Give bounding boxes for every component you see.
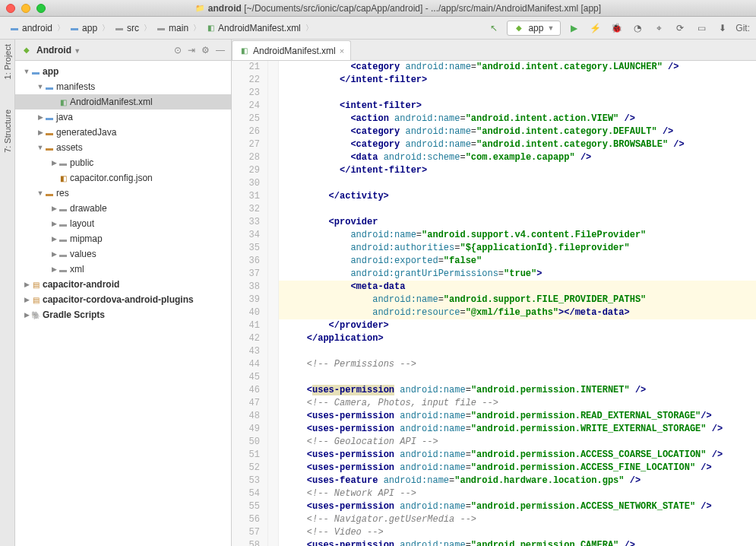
tree-row[interactable]: ▶▬xml bbox=[15, 262, 231, 277]
profile-button[interactable]: ◔ bbox=[629, 20, 646, 37]
project-tree[interactable]: ▼▬app▼▬manifests◧AndroidManifest.xml▶▬ja… bbox=[15, 61, 231, 325]
tree-label: manifests bbox=[56, 81, 95, 92]
run-config-selector[interactable]: ◆ app ▼ bbox=[507, 21, 561, 36]
tool-window-bar: 1: Project 7: Structure bbox=[0, 40, 15, 546]
tree-row[interactable]: ▶▬values bbox=[15, 246, 231, 262]
sdk-button[interactable]: ⬇ bbox=[714, 20, 731, 37]
tree-arrow-icon[interactable]: ▶ bbox=[36, 113, 44, 121]
code-area[interactable]: <category android:name="android.intent.c… bbox=[279, 61, 756, 546]
rail-project[interactable]: 1: Project bbox=[3, 44, 12, 79]
tree-row[interactable]: ▶▬public bbox=[15, 155, 231, 170]
tree-arrow-icon[interactable]: ▶ bbox=[23, 296, 30, 303]
tree-row[interactable]: ▼▬assets bbox=[15, 140, 231, 155]
project-tool-window: ◆ Android ▼ ⊙ ⇥ ⚙ — ▼▬app▼▬manifests◧And… bbox=[15, 40, 232, 546]
android-icon: ◆ bbox=[21, 45, 32, 56]
folder-lib-icon: ▬ bbox=[44, 142, 55, 153]
editor-body[interactable]: 2122232425262728293031323334353637383940… bbox=[232, 61, 756, 546]
folder-icon: ▬ bbox=[58, 203, 68, 214]
tree-row[interactable]: ▶🐘Gradle Scripts bbox=[15, 307, 231, 322]
file-xml-icon: ◧ bbox=[58, 97, 68, 107]
folder-icon: ▬ bbox=[58, 233, 68, 244]
android-icon: ◆ bbox=[514, 23, 524, 33]
tree-arrow-icon[interactable]: ▼ bbox=[36, 83, 44, 90]
tree-arrow-icon[interactable]: ▶ bbox=[50, 159, 58, 167]
folder-blue-icon: ▬ bbox=[44, 112, 55, 122]
tree-row[interactable]: ◧AndroidManifest.xml bbox=[15, 94, 231, 110]
avd-button[interactable]: ▭ bbox=[693, 20, 710, 37]
tree-row[interactable]: ▶▤capacitor-cordova-android-plugins bbox=[15, 292, 231, 307]
project-view-selector[interactable]: Android ▼ bbox=[36, 45, 169, 56]
tree-arrow-icon[interactable]: ▼ bbox=[36, 144, 44, 151]
run-button[interactable]: ▶ bbox=[565, 20, 582, 37]
tree-label: assets bbox=[56, 142, 83, 153]
window-titlebar: 📁 android [~/Documents/src/ionic/cap/cap… bbox=[0, 0, 756, 17]
line-number-gutter: 2122232425262728293031323334353637383940… bbox=[232, 61, 268, 546]
tree-row[interactable]: ▶▬mipmap bbox=[15, 231, 231, 246]
breadcrumb-item[interactable]: ▬android bbox=[6, 22, 55, 34]
file-json-icon: ◧ bbox=[58, 173, 68, 183]
maximize-icon[interactable] bbox=[36, 4, 46, 13]
breadcrumb-item[interactable]: ◧AndroidManifest.xml bbox=[202, 22, 304, 34]
tree-label: xml bbox=[70, 264, 84, 275]
tree-row[interactable]: ▼▬manifests bbox=[15, 79, 231, 94]
breadcrumb-item[interactable]: ▬app bbox=[66, 22, 100, 34]
scroll-from-source-icon[interactable]: ⊙ bbox=[174, 45, 182, 56]
lib-icon: ▤ bbox=[30, 279, 41, 290]
tab-label: AndroidManifest.xml bbox=[253, 46, 336, 56]
rail-structure[interactable]: 7: Structure bbox=[3, 110, 12, 153]
tree-label: drawable bbox=[70, 203, 107, 214]
tree-row[interactable]: ▶▬generatedJava bbox=[15, 125, 231, 140]
folder-lib-icon: ▬ bbox=[44, 127, 55, 138]
folder-blue-icon: ▬ bbox=[44, 81, 55, 92]
hide-icon[interactable]: — bbox=[216, 45, 225, 56]
tree-row[interactable]: ▶▬drawable bbox=[15, 201, 231, 216]
tree-arrow-icon[interactable]: ▶ bbox=[50, 220, 58, 227]
close-icon[interactable] bbox=[6, 4, 15, 13]
tree-arrow-icon[interactable]: ▶ bbox=[23, 311, 30, 319]
tree-row[interactable]: ▶▬layout bbox=[15, 216, 231, 231]
toolbar-actions: ↖ ◆ app ▼ ▶ ⚡ 🐞 ◔ ⌖ ⟳ ▭ ⬇ Git: bbox=[486, 20, 750, 37]
navigation-bar: ▬android〉▬app〉▬src〉▬main〉◧AndroidManifes… bbox=[0, 17, 756, 40]
attach-debugger-button[interactable]: ⌖ bbox=[650, 20, 667, 37]
tree-row[interactable]: ▶▬java bbox=[15, 110, 231, 125]
apply-changes-button[interactable]: ⚡ bbox=[587, 20, 603, 37]
tree-arrow-icon[interactable]: ▶ bbox=[50, 235, 58, 243]
tree-label: Gradle Scripts bbox=[43, 310, 105, 320]
tree-row[interactable]: ▼▬res bbox=[15, 186, 231, 201]
tree-label: capacitor-android bbox=[43, 279, 119, 290]
sync-button[interactable]: ⟳ bbox=[672, 20, 688, 37]
tree-arrow-icon[interactable]: ▶ bbox=[36, 129, 44, 136]
editor-tabs: ◧ AndroidManifest.xml × bbox=[232, 40, 756, 61]
debug-button[interactable]: 🐞 bbox=[608, 20, 625, 37]
tab-androidmanifest[interactable]: ◧ AndroidManifest.xml × bbox=[232, 40, 351, 60]
tree-row[interactable]: ◧capacitor.config.json bbox=[15, 170, 231, 186]
tree-row[interactable]: ▶▤capacitor-android bbox=[15, 277, 231, 292]
tree-arrow-icon[interactable]: ▶ bbox=[23, 281, 30, 288]
git-label: Git: bbox=[735, 23, 750, 33]
fold-gutter bbox=[268, 61, 279, 546]
tree-arrow-icon[interactable]: ▶ bbox=[50, 205, 58, 212]
tree-label: res bbox=[56, 188, 69, 198]
tree-arrow-icon[interactable]: ▼ bbox=[36, 189, 44, 197]
gear-icon[interactable]: ⚙ bbox=[201, 45, 210, 56]
tree-label: java bbox=[56, 112, 73, 122]
breadcrumb-separator: 〉 bbox=[193, 23, 201, 33]
project-panel-header: ◆ Android ▼ ⊙ ⇥ ⚙ — bbox=[15, 40, 231, 61]
breadcrumb-item[interactable]: ▬main bbox=[153, 22, 191, 34]
tree-label: AndroidManifest.xml bbox=[70, 97, 153, 107]
tree-arrow-icon[interactable]: ▼ bbox=[23, 68, 30, 75]
tree-arrow-icon[interactable]: ▶ bbox=[50, 250, 58, 258]
close-icon[interactable]: × bbox=[340, 46, 344, 56]
tree-arrow-icon[interactable]: ▶ bbox=[50, 265, 58, 273]
folder-icon: ▬ bbox=[58, 249, 68, 259]
breadcrumb-separator: 〉 bbox=[57, 23, 65, 33]
tree-row[interactable]: ▼▬app bbox=[15, 64, 231, 79]
chevron-down-icon: ▼ bbox=[547, 24, 554, 32]
tree-label: app bbox=[43, 66, 59, 77]
collapse-all-icon[interactable]: ⇥ bbox=[188, 45, 195, 56]
breadcrumb-item[interactable]: ▬src bbox=[111, 22, 142, 34]
tree-label: generatedJava bbox=[56, 127, 116, 138]
tree-label: mipmap bbox=[70, 233, 103, 244]
minimize-icon[interactable] bbox=[21, 4, 30, 13]
back-button[interactable]: ↖ bbox=[486, 20, 502, 37]
